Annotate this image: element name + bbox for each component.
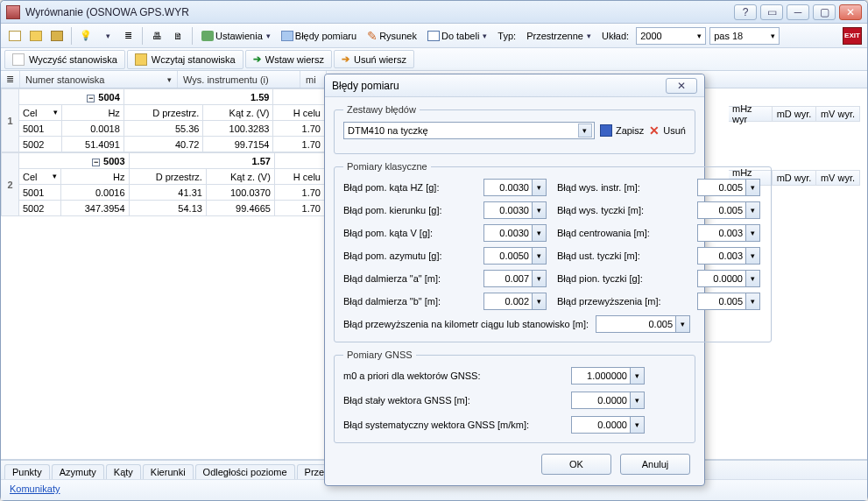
dotabeli-menu[interactable]: Do tabeli: [424, 31, 490, 41]
ok-button[interactable]: OK: [541, 454, 611, 475]
db-input[interactable]: 0.002▾: [483, 293, 548, 310]
wyczysc-stanowiska-button[interactable]: Wyczyść stanowiska: [4, 50, 125, 69]
pas-value: pas 18: [714, 31, 743, 41]
pas-select[interactable]: pas 18 ▾: [709, 27, 780, 45]
usun-wiersz-button[interactable]: ➔ Usuń wiersz: [334, 50, 414, 68]
station-number[interactable]: −5003: [19, 153, 130, 169]
maximize-button[interactable]: ▢: [813, 4, 836, 20]
zestaw-value: DTM410 na tyczkę: [348, 125, 428, 136]
col-wys-instrumentu[interactable]: Wys. instrumentu (i): [178, 71, 300, 88]
table-row[interactable]: 5001 0.0018 55.36 100.3283 1.70: [2, 121, 325, 137]
bulb-dropdown[interactable]: [98, 27, 116, 45]
exit-icon[interactable]: EXIT: [843, 27, 862, 45]
gnss-legend: Pomiary GNSS: [343, 349, 416, 360]
kier-input[interactable]: 0.0030▾: [483, 201, 548, 219]
collapse-icon[interactable]: −: [92, 159, 100, 166]
klas-legend: Pomiary klasyczne: [343, 161, 431, 172]
titlebar: Wyrównanie (OSNOWA GPS.WYR ? ▭ ─ ▢ ✕: [1, 1, 867, 24]
hz-label: Błąd pom. kąta HZ [g]:: [343, 182, 475, 193]
m0-input[interactable]: 1.000000▾: [571, 367, 650, 385]
typ-value: Przestrzenne: [526, 31, 583, 41]
col-hcelu[interactable]: H celu: [274, 169, 324, 185]
bs-input[interactable]: 0.0000▾: [571, 392, 650, 409]
bottom-tab[interactable]: Odległości poziome: [195, 464, 295, 479]
v-label: Błąd pom. kąta V [g]:: [343, 228, 475, 238]
wi-input[interactable]: 0.005▾: [697, 179, 762, 196]
ustawienia-menu[interactable]: Ustawienia: [198, 31, 274, 41]
prz-input[interactable]: 0.005▾: [697, 293, 762, 310]
row-number: 2: [2, 153, 19, 216]
pomiary-klasyczne-group: Pomiary klasyczne Błąd pom. kąta HZ [g]:…: [334, 161, 772, 342]
table-row[interactable]: 5002 347.3954 54.13 99.4665 1.70: [2, 201, 325, 216]
wt-input[interactable]: 0.005▾: [697, 201, 762, 219]
help-button[interactable]: ?: [734, 4, 757, 20]
bottom-tab[interactable]: Kąty: [106, 464, 141, 479]
right-col-header[interactable]: mV wyr.: [816, 170, 860, 186]
sys-input[interactable]: 0.0000▾: [571, 416, 650, 434]
col-kat[interactable]: Kąt z. (V): [206, 169, 274, 185]
usun-button[interactable]: ✕ Usuń: [649, 123, 686, 138]
v-input[interactable]: 0.0030▾: [483, 224, 548, 242]
bottom-tab[interactable]: Punkty: [4, 464, 50, 479]
wczytaj-stanowiska-button[interactable]: Wczytaj stanowiska: [127, 50, 243, 69]
zapisz-button[interactable]: Zapisz: [600, 124, 644, 137]
bottom-tab[interactable]: Kierunki: [143, 464, 194, 479]
station-number[interactable]: −5004: [19, 89, 124, 105]
komunikaty-link[interactable]: Komunikaty: [10, 483, 60, 494]
typ-select[interactable]: Przestrzenne: [523, 31, 595, 41]
new-icon[interactable]: [6, 27, 24, 45]
ust-label: Błąd ust. tyczki [m]:: [557, 250, 688, 261]
przkm-input[interactable]: 0.005▾: [596, 315, 692, 333]
uklad-label: Układ:: [598, 31, 632, 41]
wstaw-wiersz-button[interactable]: ➔ Wstaw wiersz: [245, 50, 332, 68]
col-numer-stanowiska[interactable]: Numer stanowiska▾: [20, 71, 178, 88]
anuluj-button[interactable]: Anuluj: [620, 454, 690, 475]
pencil-icon: ✎: [367, 29, 378, 43]
dialog-close-button[interactable]: ✕: [666, 78, 697, 94]
hz-input[interactable]: 0.0030▾: [483, 179, 548, 196]
zestaw-select[interactable]: DTM410 na tyczkę ▾: [343, 122, 595, 139]
ust-input[interactable]: 0.003▾: [697, 247, 762, 265]
row-number: 1: [2, 89, 19, 152]
uklad-select[interactable]: 2000 ▾: [636, 27, 706, 45]
pion-input[interactable]: 0.0000▾: [697, 270, 762, 287]
col-hcelu[interactable]: H celu: [273, 105, 325, 121]
close-button[interactable]: ✕: [839, 4, 862, 20]
table-row[interactable]: 5002 51.4091 40.72 99.7154 1.70: [2, 137, 325, 152]
preview-icon[interactable]: 🗎: [169, 27, 187, 45]
grid-corner[interactable]: ≣: [1, 71, 20, 88]
col-cel[interactable]: Cel ▾: [19, 105, 62, 121]
col-dp[interactable]: D przestrz.: [123, 105, 203, 121]
open-icon[interactable]: [27, 27, 45, 45]
list-icon[interactable]: ≣: [119, 27, 137, 45]
print-icon[interactable]: 🖶: [148, 27, 166, 45]
da-input[interactable]: 0.007▾: [483, 270, 548, 287]
right-col-header[interactable]: mHz wyr: [729, 106, 773, 122]
right-col-header[interactable]: mD wyr.: [773, 106, 816, 122]
cen-input[interactable]: 0.003▾: [697, 224, 762, 242]
bledy-pomiaru-button[interactable]: Błędy pomiaru: [278, 31, 360, 41]
right-col-header[interactable]: mV wyr.: [816, 106, 860, 122]
m0-label: m0 a priori dla wektorów GNSS:: [343, 370, 562, 381]
wys-instr: 1.59: [123, 89, 273, 105]
col-kat[interactable]: Kąt z. (V): [203, 105, 273, 121]
col-hz[interactable]: Hz: [61, 105, 123, 121]
wi-label: Błąd wys. instr. [m]:: [557, 182, 688, 193]
col-hz[interactable]: Hz: [60, 169, 129, 185]
col-mi[interactable]: mi: [300, 71, 327, 88]
rysunek-button[interactable]: ✎ Rysunek: [363, 29, 420, 43]
table-row[interactable]: 5001 0.0016 41.31 100.0370 1.70: [2, 185, 325, 201]
col-dp[interactable]: D przestrz.: [129, 169, 206, 185]
bottom-tab[interactable]: Azymuty: [52, 464, 104, 479]
right-col-header[interactable]: mD wyr.: [773, 170, 816, 186]
db-label: Błąd dalmierza "b" [m]:: [343, 296, 475, 307]
sheet-button[interactable]: ▭: [760, 4, 783, 20]
wys-instr: 1.57: [129, 153, 274, 169]
bulb-icon[interactable]: 💡: [77, 27, 95, 45]
az-input[interactable]: 0.0050▾: [483, 247, 548, 265]
save-icon[interactable]: [48, 27, 66, 45]
az-label: Błąd pom. azymutu [g]:: [343, 250, 475, 261]
minimize-button[interactable]: ─: [787, 4, 809, 20]
col-cel[interactable]: Cel ▾: [19, 169, 61, 185]
collapse-icon[interactable]: −: [87, 95, 95, 102]
